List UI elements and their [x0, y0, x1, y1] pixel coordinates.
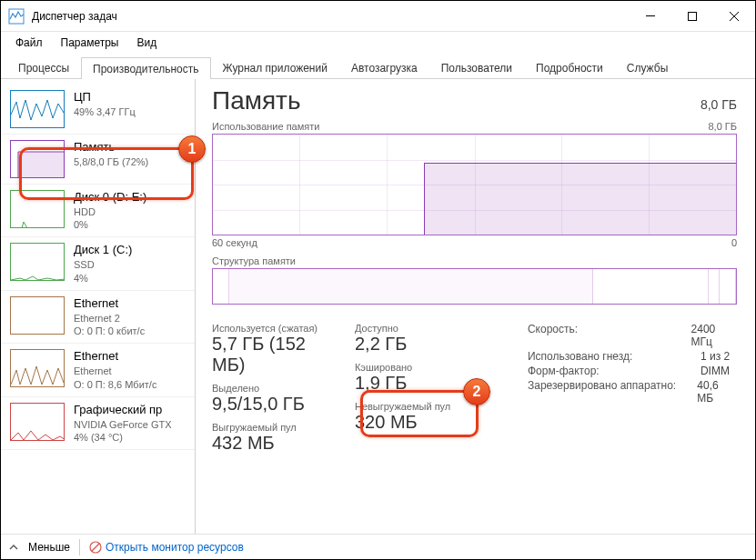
window-controls — [630, 1, 755, 31]
eth1-thumb — [10, 349, 65, 387]
sidebar-item-eth1[interactable]: Ethernet Ethernet О: 0 П: 8,6 Мбит/с — [1, 344, 195, 396]
reserved-k: Зарезервировано аппаратно: — [528, 379, 697, 405]
reserved-v: 40,6 МБ — [697, 379, 737, 405]
memory-sub: 5,8/8,0 ГБ (72%) — [74, 155, 148, 168]
nonpaged-label: Невыгружаемый пул — [355, 401, 473, 412]
eth0-sub1: Ethernet 2 — [74, 312, 145, 325]
svg-rect-5 — [18, 152, 65, 178]
menu-options[interactable]: Параметры — [54, 35, 126, 51]
sidebar-item-eth0[interactable]: Ethernet Ethernet 2 О: 0 П: 0 кбит/с — [1, 291, 195, 344]
memory-thumb — [10, 140, 65, 178]
nonpaged-value: 320 МБ — [355, 412, 473, 433]
disk1-thumb — [10, 243, 65, 281]
eth1-sub2: О: 0 П: 8,6 Мбит/с — [74, 378, 156, 391]
gpu-text: Графический пр NVIDIA GeForce GTX 4% (34… — [74, 403, 172, 444]
memory-text: Память 5,8/8,0 ГБ (72%) — [74, 140, 148, 168]
cpu-text: ЦП 49% 3,47 ГГц — [74, 90, 136, 118]
info-col: Скорость:2400 МГц Использовано гнезд:1 и… — [528, 323, 737, 461]
stats-area: Используется (сжатая) 5,7 ГБ (152 МБ) Вы… — [212, 323, 737, 461]
disk0-sub2: 0% — [74, 218, 146, 231]
disk0-text: Диск 0 (D: E:) HDD 0% — [74, 190, 146, 231]
close-button[interactable] — [713, 1, 755, 31]
link-text: Открыть монитор ресурсов — [106, 541, 244, 554]
usage-label: Использование памяти — [212, 121, 319, 132]
memory-usage-chart[interactable] — [212, 134, 737, 235]
disk1-sub2: 4% — [74, 272, 132, 285]
minimize-button[interactable] — [630, 1, 671, 31]
cpu-sub: 49% 3,47 ГГц — [74, 105, 136, 118]
svg-line-8 — [92, 544, 99, 551]
sidebar-item-disk0[interactable]: Диск 0 (D: E:) HDD 0% — [1, 185, 195, 237]
cpu-thumb — [10, 90, 65, 128]
resource-monitor-icon — [89, 541, 102, 554]
avail-label: Доступно — [355, 323, 473, 334]
maximize-button[interactable] — [671, 1, 713, 31]
form-k: Форм-фактор: — [528, 365, 701, 377]
tab-performance[interactable]: Производительность — [81, 57, 210, 79]
memory-total: 8,0 ГБ — [701, 97, 737, 112]
footer: Меньше Открыть монитор ресурсов — [1, 534, 755, 559]
svg-rect-1 — [646, 15, 655, 16]
disk0-sub1: HDD — [74, 205, 146, 218]
axis-right: 0 — [731, 237, 737, 248]
less-button[interactable]: Меньше — [28, 541, 70, 554]
memory-composition-chart[interactable] — [212, 268, 737, 305]
disk0-thumb — [10, 190, 65, 228]
eth1-sub1: Ethernet — [74, 365, 156, 377]
disk1-name: Диск 1 (C:) — [74, 243, 132, 258]
paged-value: 432 МБ — [212, 433, 337, 454]
tab-details[interactable]: Подробности — [524, 56, 615, 78]
inuse-label: Используется (сжатая) — [212, 323, 337, 334]
speed-k: Скорость: — [528, 323, 691, 348]
eth0-name: Ethernet — [74, 296, 145, 312]
sidebar-item-cpu[interactable]: ЦП 49% 3,47 ГГц — [1, 85, 195, 135]
menu-view[interactable]: Вид — [129, 35, 164, 51]
gpu-sub2: 4% (34 °C) — [74, 431, 172, 444]
tab-processes[interactable]: Процессы — [6, 56, 81, 78]
slots-k: Использовано гнезд: — [528, 350, 701, 363]
tab-startup[interactable]: Автозагрузка — [339, 56, 429, 78]
sidebar-item-gpu[interactable]: Графический пр NVIDIA GeForce GTX 4% (34… — [1, 397, 195, 450]
slots-v: 1 из 2 — [701, 350, 730, 363]
disk0-name: Диск 0 (D: E:) — [74, 190, 146, 205]
svg-rect-2 — [689, 12, 697, 20]
divider — [79, 539, 80, 555]
committed-value: 9,5/15,0 ГБ — [212, 394, 337, 415]
cached-value: 1,9 ГБ — [355, 373, 473, 394]
sidebar-item-memory[interactable]: Память 5,8/8,0 ГБ (72%) — [1, 135, 195, 185]
menu-file[interactable]: Файл — [8, 35, 50, 51]
struct-label: Структура памяти — [212, 255, 737, 266]
tab-apphistory[interactable]: Журнал приложений — [211, 56, 339, 78]
gpu-thumb — [10, 403, 65, 441]
form-v: DIMM — [701, 365, 730, 377]
tab-users[interactable]: Пользователи — [429, 56, 524, 78]
cpu-name: ЦП — [74, 90, 136, 105]
eth0-sub2: О: 0 П: 0 кбит/с — [74, 325, 145, 337]
sidebar: ЦП 49% 3,47 ГГц Память 5,8/8,0 ГБ (72%) … — [1, 79, 196, 534]
stats-mid: Доступно 2,2 ГБ Кэшировано 1,9 ГБ Невыгр… — [355, 323, 473, 461]
app-icon — [8, 8, 25, 25]
eth0-text: Ethernet Ethernet 2 О: 0 П: 0 кбит/с — [74, 296, 145, 337]
memory-name: Память — [74, 140, 148, 155]
disk1-sub1: SSD — [74, 258, 132, 271]
chart-label-row: Использование памяти 8,0 ГБ — [212, 121, 737, 132]
eth1-text: Ethernet Ethernet О: 0 П: 8,6 Мбит/с — [74, 349, 156, 390]
speed-v: 2400 МГц — [691, 323, 737, 348]
open-resource-monitor-link[interactable]: Открыть монитор ресурсов — [89, 541, 244, 554]
cached-label: Кэшировано — [355, 362, 473, 373]
axis-left: 60 секунд — [212, 237, 257, 248]
sidebar-item-disk1[interactable]: Диск 1 (C:) SSD 4% — [1, 237, 195, 290]
gpu-sub1: NVIDIA GeForce GTX — [74, 418, 172, 431]
stats-left: Используется (сжатая) 5,7 ГБ (152 МБ) Вы… — [212, 323, 337, 461]
tab-bar: Процессы Производительность Журнал прило… — [1, 54, 755, 79]
gpu-name: Графический пр — [74, 403, 172, 418]
tab-services[interactable]: Службы — [615, 56, 680, 78]
eth0-thumb — [10, 296, 65, 335]
paged-label: Выгружаемый пул — [212, 422, 337, 433]
chevron-up-icon[interactable] — [8, 542, 19, 553]
inuse-value: 5,7 ГБ (152 МБ) — [212, 334, 337, 375]
main-panel: Память 8,0 ГБ Использование памяти 8,0 Г… — [196, 79, 755, 534]
avail-value: 2,2 ГБ — [355, 334, 473, 355]
disk1-text: Диск 1 (C:) SSD 4% — [74, 243, 132, 284]
usage-max: 8,0 ГБ — [708, 121, 737, 132]
